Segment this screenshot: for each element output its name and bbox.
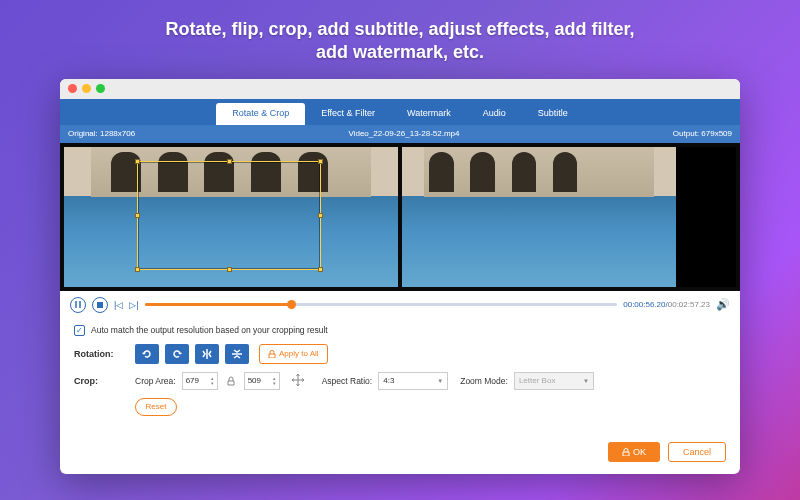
hero-caption: Rotate, flip, crop, add subtitle, adjust… [105, 0, 694, 79]
editor-window: Rotate & Crop Effect & Filter Watermark … [60, 79, 740, 474]
close-icon[interactable] [68, 84, 77, 93]
crop-width-input[interactable]: 679▴▾ [182, 372, 218, 390]
tab-audio[interactable]: Audio [467, 103, 522, 125]
apply-to-all-button[interactable]: Apply to All [259, 344, 328, 364]
ok-button[interactable]: OK [608, 442, 660, 462]
auto-match-label: Auto match the output resolution based o… [91, 325, 328, 335]
lock-icon [268, 350, 276, 358]
crop-selection[interactable] [137, 161, 321, 270]
lock-icon [622, 448, 630, 456]
aspect-ratio-label: Aspect Ratio: [322, 376, 373, 386]
footer: OK Cancel [60, 434, 740, 474]
preview-row [60, 143, 740, 291]
titlebar [60, 79, 740, 99]
output-resolution: Output: 679x509 [673, 129, 732, 138]
crop-area-label: Crop Area: [135, 376, 176, 386]
rotate-left-button[interactable] [135, 344, 159, 364]
prev-frame-icon[interactable]: |◁ [114, 300, 123, 310]
original-resolution: Original: 1288x706 [68, 129, 135, 138]
resolution-bar: Original: 1288x706 Video_22-09-26_13-28-… [60, 125, 740, 143]
flip-vertical-button[interactable] [225, 344, 249, 364]
time-display: 00:00:56.20/00:02:57.23 [623, 300, 710, 309]
rotate-right-button[interactable] [165, 344, 189, 364]
zoom-mode-select[interactable]: Letter Box▼ [514, 372, 594, 390]
aspect-ratio-select[interactable]: 4:3▼ [378, 372, 448, 390]
tab-bar: Rotate & Crop Effect & Filter Watermark … [60, 99, 740, 125]
tab-watermark[interactable]: Watermark [391, 103, 467, 125]
seek-progress [145, 303, 291, 306]
reset-button[interactable]: Reset [135, 398, 177, 416]
cancel-button[interactable]: Cancel [668, 442, 726, 462]
crop-label: Crop: [74, 376, 129, 386]
tab-subtitle[interactable]: Subtitle [522, 103, 584, 125]
volume-icon[interactable]: 🔊 [716, 298, 730, 311]
crop-position-icon[interactable] [286, 372, 310, 390]
controls-panel: ✓ Auto match the output resolution based… [60, 319, 740, 434]
stop-button[interactable] [92, 297, 108, 313]
preview-output [402, 147, 736, 287]
rotation-label: Rotation: [74, 349, 129, 359]
svg-rect-0 [97, 302, 103, 308]
maximize-icon[interactable] [96, 84, 105, 93]
zoom-mode-label: Zoom Mode: [460, 376, 508, 386]
tab-rotate-crop[interactable]: Rotate & Crop [216, 103, 305, 125]
next-frame-icon[interactable]: ▷| [129, 300, 138, 310]
auto-match-checkbox[interactable]: ✓ [74, 325, 85, 336]
playback-bar: |◁ ▷| 00:00:56.20/00:02:57.23 🔊 [60, 291, 740, 319]
seek-thumb[interactable] [287, 300, 296, 309]
preview-original[interactable] [64, 147, 398, 287]
minimize-icon[interactable] [82, 84, 91, 93]
seek-track[interactable] [145, 303, 618, 306]
tab-effect-filter[interactable]: Effect & Filter [305, 103, 391, 125]
crop-height-input[interactable]: 509▴▾ [244, 372, 280, 390]
filename-label: Video_22-09-26_13-28-52.mp4 [135, 129, 673, 138]
flip-horizontal-button[interactable] [195, 344, 219, 364]
play-pause-button[interactable] [70, 297, 86, 313]
link-dimensions-icon[interactable] [224, 374, 238, 388]
